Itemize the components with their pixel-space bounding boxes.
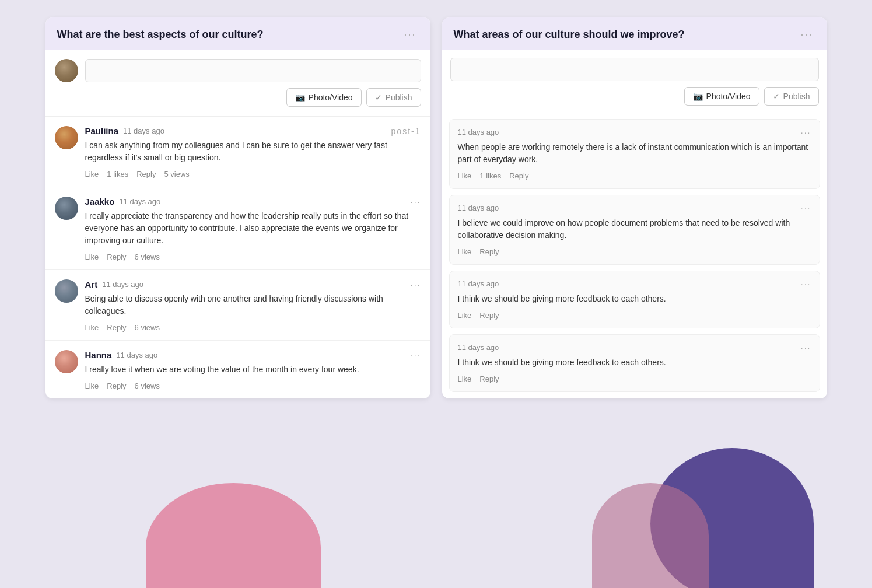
- anon-post-header: 11 days ago ···: [458, 343, 811, 352]
- table-row: Jaakko 11 days ago ··· I really apprecia…: [45, 187, 430, 270]
- post-time: 11 days ago: [123, 127, 164, 135]
- post-author: Hanna: [85, 350, 112, 360]
- right-compose-area: 📷 Photo/Video ✓ Publish: [442, 50, 827, 113]
- likes-count: 1 likes: [107, 170, 128, 178]
- left-panel: What are the best aspects of our culture…: [45, 18, 430, 398]
- left-panel-menu-button[interactable]: ···: [401, 28, 418, 41]
- post-time: 11 days ago: [458, 204, 499, 212]
- post-content: Art 11 days ago ··· Being able to discus…: [85, 279, 421, 332]
- reply-button[interactable]: Reply: [136, 170, 156, 178]
- right-publish-label: Publish: [783, 92, 810, 101]
- avatar: [55, 126, 78, 149]
- avatar: [55, 350, 78, 373]
- post-text: I really appreciate the transparency and…: [85, 210, 421, 247]
- post-actions: Like 1 likes Reply: [458, 172, 811, 180]
- anon-post-header: 11 days ago ···: [458, 279, 811, 288]
- like-button[interactable]: Like: [85, 323, 99, 332]
- post-actions: Like Reply: [458, 311, 811, 320]
- right-publish-button[interactable]: ✓ Publish: [764, 87, 819, 106]
- post-text: I really love it when we are voting the …: [85, 363, 421, 376]
- post-header: Jaakko 11 days ago ···: [85, 197, 421, 206]
- post-menu-button[interactable]: ···: [411, 198, 421, 206]
- list-item: 11 days ago ··· I think we should be giv…: [449, 334, 820, 392]
- left-photo-video-button[interactable]: 📷 Photo/Video: [286, 88, 362, 107]
- panels-container: What are the best aspects of our culture…: [45, 18, 827, 398]
- right-panel-title: What areas of our culture should we impr…: [454, 28, 793, 41]
- post-actions: Like Reply: [458, 374, 811, 383]
- list-item: 11 days ago ··· I think we should be giv…: [449, 271, 820, 328]
- right-compose-actions: 📷 Photo/Video ✓ Publish: [450, 87, 819, 106]
- post-actions: Like 1 likes Reply 5 views: [85, 170, 421, 178]
- post-time: 11 days ago: [102, 280, 143, 289]
- table-row: Hanna 11 days ago ··· I really love it w…: [45, 341, 430, 398]
- post-time: 11 days ago: [458, 343, 499, 352]
- like-button[interactable]: Like: [458, 172, 472, 180]
- right-posts-list: 11 days ago ··· When people are working …: [442, 119, 827, 392]
- post-content: Hanna 11 days ago ··· I really love it w…: [85, 350, 421, 390]
- left-compose-input[interactable]: [85, 59, 421, 82]
- check-icon: ✓: [773, 92, 780, 101]
- post-text: I can ask anything from my colleagues an…: [85, 139, 421, 164]
- table-row: Pauliina 11 days ago post-1 I can ask an…: [45, 117, 430, 187]
- camera-icon: 📷: [693, 92, 703, 101]
- post-menu-button[interactable]: ···: [801, 204, 811, 212]
- like-button[interactable]: Like: [458, 311, 472, 320]
- post-meta: Pauliina 11 days ago: [85, 126, 164, 136]
- post-menu-button[interactable]: ···: [411, 281, 421, 289]
- views-count: 6 views: [135, 253, 160, 261]
- left-compose-actions: 📷 Photo/Video ✓ Publish: [85, 88, 421, 107]
- post-time: 11 days ago: [116, 351, 157, 359]
- post-meta: Hanna 11 days ago: [85, 350, 158, 360]
- like-button[interactable]: Like: [85, 170, 99, 178]
- post-text: I think we should be giving more feedbac…: [458, 356, 811, 369]
- left-compose-input-area: 📷 Photo/Video ✓ Publish: [85, 59, 421, 107]
- post-time: 11 days ago: [458, 128, 499, 136]
- post-menu-button[interactable]: ···: [801, 280, 811, 288]
- avatar: [55, 197, 78, 220]
- views-count: 6 views: [135, 323, 160, 332]
- camera-icon: 📷: [295, 93, 305, 102]
- left-posts-list: Pauliina 11 days ago post-1 I can ask an…: [45, 117, 430, 398]
- right-photo-video-button[interactable]: 📷 Photo/Video: [684, 87, 759, 106]
- reply-button[interactable]: Reply: [107, 253, 126, 261]
- right-panel-header: What areas of our culture should we impr…: [442, 18, 827, 50]
- reply-button[interactable]: Reply: [107, 323, 126, 332]
- left-publish-button[interactable]: ✓ Publish: [366, 88, 421, 107]
- reply-button[interactable]: Reply: [479, 374, 499, 383]
- post-actions: Like Reply 6 views: [85, 253, 421, 261]
- check-icon: ✓: [375, 93, 382, 102]
- post-menu-button[interactable]: ···: [411, 351, 421, 359]
- post-actions: Like Reply: [458, 247, 811, 256]
- post-time: 11 days ago: [119, 197, 160, 206]
- post-content: Pauliina 11 days ago post-1 I can ask an…: [85, 126, 421, 178]
- post-text: When people are working remotely there i…: [458, 141, 811, 166]
- post-text: Being able to discuss openly with one an…: [85, 293, 421, 317]
- post-actions: Like Reply 6 views: [85, 323, 421, 332]
- post-menu-button[interactable]: post-1: [391, 127, 421, 135]
- post-menu-button[interactable]: ···: [801, 128, 811, 136]
- reply-button[interactable]: Reply: [479, 247, 499, 256]
- like-button[interactable]: Like: [85, 382, 99, 390]
- post-header: Pauliina 11 days ago post-1: [85, 126, 421, 136]
- bg-decoration-mauve: [592, 483, 709, 588]
- right-panel: What areas of our culture should we impr…: [442, 18, 827, 398]
- like-button[interactable]: Like: [458, 247, 472, 256]
- left-panel-header: What are the best aspects of our culture…: [45, 18, 430, 50]
- anon-post-header: 11 days ago ···: [458, 128, 811, 136]
- avatar: [55, 279, 78, 303]
- right-compose-input[interactable]: [450, 58, 819, 81]
- reply-button[interactable]: Reply: [509, 172, 528, 180]
- like-button[interactable]: Like: [458, 374, 472, 383]
- table-row: Art 11 days ago ··· Being able to discus…: [45, 270, 430, 341]
- list-item: 11 days ago ··· I believe we could impro…: [449, 195, 820, 265]
- views-count: 6 views: [135, 382, 160, 390]
- post-author: Art: [85, 279, 98, 289]
- post-actions: Like Reply 6 views: [85, 382, 421, 390]
- like-button[interactable]: Like: [85, 253, 99, 261]
- reply-button[interactable]: Reply: [107, 382, 126, 390]
- right-panel-menu-button[interactable]: ···: [798, 28, 815, 41]
- left-photo-video-label: Photo/Video: [309, 93, 353, 102]
- post-menu-button[interactable]: ···: [801, 344, 811, 352]
- reply-button[interactable]: Reply: [479, 311, 499, 320]
- post-content: Jaakko 11 days ago ··· I really apprecia…: [85, 197, 421, 261]
